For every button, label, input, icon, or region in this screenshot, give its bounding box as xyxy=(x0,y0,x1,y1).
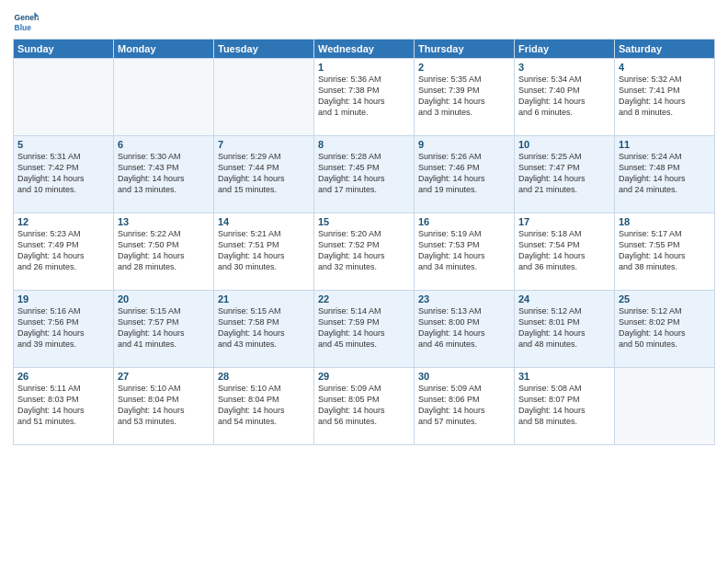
week-row-3: 19Sunrise: 5:16 AM Sunset: 7:56 PM Dayli… xyxy=(14,291,715,368)
page: General Blue SundayMondayTuesdayWednesda… xyxy=(0,0,728,454)
day-number: 27 xyxy=(118,371,210,382)
day-number: 30 xyxy=(418,371,510,382)
cal-cell: 17Sunrise: 5:18 AM Sunset: 7:54 PM Dayli… xyxy=(515,213,615,291)
day-number: 28 xyxy=(218,371,310,382)
day-header-friday: Friday xyxy=(515,40,615,59)
cal-cell: 11Sunrise: 5:24 AM Sunset: 7:48 PM Dayli… xyxy=(615,136,715,213)
cal-cell: 19Sunrise: 5:16 AM Sunset: 7:56 PM Dayli… xyxy=(14,291,114,368)
logo-icon: General Blue xyxy=(13,9,39,35)
cell-text: Sunrise: 5:16 AM Sunset: 7:56 PM Dayligh… xyxy=(17,305,109,350)
cell-text: Sunrise: 5:18 AM Sunset: 7:54 PM Dayligh… xyxy=(518,228,610,273)
day-number: 22 xyxy=(318,293,410,304)
cell-text: Sunrise: 5:23 AM Sunset: 7:49 PM Dayligh… xyxy=(17,228,109,273)
cell-text: Sunrise: 5:09 AM Sunset: 8:06 PM Dayligh… xyxy=(418,383,510,428)
cal-cell: 13Sunrise: 5:22 AM Sunset: 7:50 PM Dayli… xyxy=(114,213,214,291)
day-number: 3 xyxy=(518,62,610,73)
day-header-wednesday: Wednesday xyxy=(314,40,415,59)
cal-cell: 1Sunrise: 5:36 AM Sunset: 7:38 PM Daylig… xyxy=(314,59,415,136)
day-number: 19 xyxy=(17,293,109,304)
day-number: 24 xyxy=(518,293,610,304)
week-row-4: 26Sunrise: 5:11 AM Sunset: 8:03 PM Dayli… xyxy=(14,368,715,445)
cell-text: Sunrise: 5:28 AM Sunset: 7:45 PM Dayligh… xyxy=(318,151,410,196)
day-header-monday: Monday xyxy=(114,40,214,59)
cal-cell: 28Sunrise: 5:10 AM Sunset: 8:04 PM Dayli… xyxy=(214,368,314,445)
cal-cell: 5Sunrise: 5:31 AM Sunset: 7:42 PM Daylig… xyxy=(14,136,114,213)
day-number: 14 xyxy=(218,216,310,227)
day-number: 13 xyxy=(118,216,210,227)
cell-text: Sunrise: 5:10 AM Sunset: 8:04 PM Dayligh… xyxy=(118,383,210,428)
cell-text: Sunrise: 5:15 AM Sunset: 7:58 PM Dayligh… xyxy=(218,305,310,350)
cal-cell: 20Sunrise: 5:15 AM Sunset: 7:57 PM Dayli… xyxy=(114,291,214,368)
day-number: 9 xyxy=(418,139,510,150)
cell-text: Sunrise: 5:15 AM Sunset: 7:57 PM Dayligh… xyxy=(118,305,210,350)
cell-text: Sunrise: 5:09 AM Sunset: 8:05 PM Dayligh… xyxy=(318,383,410,428)
day-header-saturday: Saturday xyxy=(615,40,715,59)
day-header-sunday: Sunday xyxy=(14,40,114,59)
cal-cell: 7Sunrise: 5:29 AM Sunset: 7:44 PM Daylig… xyxy=(214,136,314,213)
cal-cell xyxy=(214,59,314,136)
cal-cell: 27Sunrise: 5:10 AM Sunset: 8:04 PM Dayli… xyxy=(114,368,214,445)
cal-cell: 3Sunrise: 5:34 AM Sunset: 7:40 PM Daylig… xyxy=(515,59,615,136)
cal-cell: 14Sunrise: 5:21 AM Sunset: 7:51 PM Dayli… xyxy=(214,213,314,291)
day-number: 6 xyxy=(118,139,210,150)
day-number: 4 xyxy=(619,62,711,73)
cell-text: Sunrise: 5:31 AM Sunset: 7:42 PM Dayligh… xyxy=(17,151,109,196)
cell-text: Sunrise: 5:10 AM Sunset: 8:04 PM Dayligh… xyxy=(218,383,310,428)
cell-text: Sunrise: 5:13 AM Sunset: 8:00 PM Dayligh… xyxy=(418,305,510,350)
cell-text: Sunrise: 5:12 AM Sunset: 8:02 PM Dayligh… xyxy=(619,305,711,350)
day-number: 11 xyxy=(619,139,711,150)
cell-text: Sunrise: 5:35 AM Sunset: 7:39 PM Dayligh… xyxy=(418,74,510,119)
cell-text: Sunrise: 5:34 AM Sunset: 7:40 PM Dayligh… xyxy=(518,74,610,119)
day-number: 12 xyxy=(17,216,109,227)
day-number: 2 xyxy=(418,62,510,73)
cal-cell: 21Sunrise: 5:15 AM Sunset: 7:58 PM Dayli… xyxy=(214,291,314,368)
cell-text: Sunrise: 5:11 AM Sunset: 8:03 PM Dayligh… xyxy=(17,383,109,428)
cal-cell: 9Sunrise: 5:26 AM Sunset: 7:46 PM Daylig… xyxy=(415,136,515,213)
cell-text: Sunrise: 5:12 AM Sunset: 8:01 PM Dayligh… xyxy=(518,305,610,350)
cal-cell: 29Sunrise: 5:09 AM Sunset: 8:05 PM Dayli… xyxy=(314,368,415,445)
logo: General Blue xyxy=(13,9,39,35)
day-number: 21 xyxy=(218,293,310,304)
day-number: 15 xyxy=(318,216,410,227)
cal-cell: 31Sunrise: 5:08 AM Sunset: 8:07 PM Dayli… xyxy=(515,368,615,445)
cell-text: Sunrise: 5:20 AM Sunset: 7:52 PM Dayligh… xyxy=(318,228,410,273)
day-number: 31 xyxy=(518,371,610,382)
cell-text: Sunrise: 5:32 AM Sunset: 7:41 PM Dayligh… xyxy=(619,74,711,119)
week-row-2: 12Sunrise: 5:23 AM Sunset: 7:49 PM Dayli… xyxy=(14,213,715,291)
cal-cell: 22Sunrise: 5:14 AM Sunset: 7:59 PM Dayli… xyxy=(314,291,415,368)
day-number: 17 xyxy=(518,216,610,227)
week-row-1: 5Sunrise: 5:31 AM Sunset: 7:42 PM Daylig… xyxy=(14,136,715,213)
cal-cell: 16Sunrise: 5:19 AM Sunset: 7:53 PM Dayli… xyxy=(415,213,515,291)
day-number: 23 xyxy=(418,293,510,304)
cal-cell: 12Sunrise: 5:23 AM Sunset: 7:49 PM Dayli… xyxy=(14,213,114,291)
cal-cell: 8Sunrise: 5:28 AM Sunset: 7:45 PM Daylig… xyxy=(314,136,415,213)
day-number: 29 xyxy=(318,371,410,382)
cal-cell: 2Sunrise: 5:35 AM Sunset: 7:39 PM Daylig… xyxy=(415,59,515,136)
day-number: 25 xyxy=(619,293,711,304)
cell-text: Sunrise: 5:22 AM Sunset: 7:50 PM Dayligh… xyxy=(118,228,210,273)
cell-text: Sunrise: 5:26 AM Sunset: 7:46 PM Dayligh… xyxy=(418,151,510,196)
day-header-tuesday: Tuesday xyxy=(214,40,314,59)
calendar-table: SundayMondayTuesdayWednesdayThursdayFrid… xyxy=(13,39,715,445)
header: General Blue xyxy=(13,9,715,35)
cell-text: Sunrise: 5:08 AM Sunset: 8:07 PM Dayligh… xyxy=(518,383,610,428)
cell-text: Sunrise: 5:36 AM Sunset: 7:38 PM Dayligh… xyxy=(318,74,410,119)
day-number: 7 xyxy=(218,139,310,150)
day-number: 10 xyxy=(518,139,610,150)
cal-cell xyxy=(14,59,114,136)
day-number: 16 xyxy=(418,216,510,227)
svg-text:Blue: Blue xyxy=(15,23,32,32)
cell-text: Sunrise: 5:30 AM Sunset: 7:43 PM Dayligh… xyxy=(118,151,210,196)
cal-cell: 23Sunrise: 5:13 AM Sunset: 8:00 PM Dayli… xyxy=(415,291,515,368)
day-number: 1 xyxy=(318,62,410,73)
cal-cell: 10Sunrise: 5:25 AM Sunset: 7:47 PM Dayli… xyxy=(515,136,615,213)
cell-text: Sunrise: 5:29 AM Sunset: 7:44 PM Dayligh… xyxy=(218,151,310,196)
calendar-header-row: SundayMondayTuesdayWednesdayThursdayFrid… xyxy=(14,40,715,59)
day-number: 5 xyxy=(17,139,109,150)
cell-text: Sunrise: 5:17 AM Sunset: 7:55 PM Dayligh… xyxy=(619,228,711,273)
cal-cell xyxy=(114,59,214,136)
day-number: 18 xyxy=(619,216,711,227)
cal-cell: 6Sunrise: 5:30 AM Sunset: 7:43 PM Daylig… xyxy=(114,136,214,213)
cell-text: Sunrise: 5:19 AM Sunset: 7:53 PM Dayligh… xyxy=(418,228,510,273)
cal-cell xyxy=(615,368,715,445)
